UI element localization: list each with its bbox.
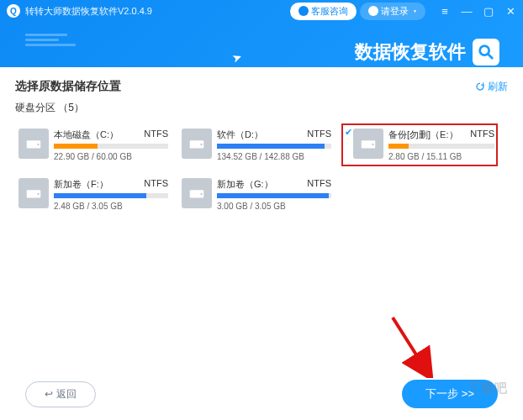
drive-icon [182,129,212,159]
usage-bar [217,144,331,149]
svg-line-1 [489,55,493,59]
partition-fs: NTFS [307,129,331,141]
usage-bar [54,193,168,198]
check-icon: ✔ [345,127,352,138]
partition-name: 新加卷（G:） [217,178,273,191]
partition-name: 本地磁盘（C:） [54,129,119,141]
refresh-label: 刷新 [488,80,508,94]
svg-point-3 [37,144,39,145]
footer: ↩ 返回 下一步 >> [0,380,523,408]
drive-icon [353,129,383,159]
partition-item[interactable]: 本地磁盘（C:）NTFS22.90 GB / 60.00 GB [15,123,172,166]
partition-item[interactable]: 软件（D:）NTFS134.52 GB / 142.88 GB [178,123,335,166]
app-title: 转转大师数据恢复软件V2.0.4.9 [25,5,152,18]
svg-line-12 [393,318,425,368]
usage-bar [54,144,168,149]
partition-fs: NTFS [307,178,331,191]
back-button[interactable]: ↩ 返回 [25,381,96,407]
partition-count-label: 硬盘分区 （5） [15,101,508,115]
usage-bar [217,193,331,198]
annotation-arrow-icon [384,311,435,378]
back-arrow-icon: ↩ [45,388,53,400]
minimize-button[interactable]: — [461,5,473,18]
partition-size: 2.48 GB / 3.05 GB [54,202,168,211]
partition-size: 3.00 GB / 3.05 GB [217,202,331,211]
refresh-button[interactable]: 刷新 [475,80,508,94]
headset-icon [298,6,309,16]
partition-item[interactable]: 新加卷（F:）NTFS2.48 GB / 3.05 GB [15,173,172,216]
partition-size: 134.52 GB / 142.88 GB [217,152,331,161]
header: Q 转转大师数据恢复软件V2.0.4.9 客服咨询 请登录 ▼ ≡ — ▢ ✕ … [0,0,523,67]
customer-service-button[interactable]: 客服咨询 [290,3,357,20]
login-label: 请登录 [381,5,409,18]
svg-point-11 [200,193,202,195]
banner-title: 数据恢复软件 [355,39,466,65]
partition-list: 本地磁盘（C:）NTFS22.90 GB / 60.00 GB软件（D:）NTF… [15,123,508,216]
partition-fs: NTFS [144,129,168,141]
partition-size: 2.80 GB / 15.11 GB [388,152,494,161]
maximize-button[interactable]: ▢ [483,5,494,18]
partition-name: 备份[勿删]（E:） [388,129,458,141]
menu-button[interactable]: ≡ [439,5,451,18]
watermark: 下载吧 [468,381,508,396]
section-title: 选择原数据储存位置 [15,79,121,94]
user-icon [368,6,378,16]
close-button[interactable]: ✕ [505,5,516,18]
partition-size: 22.90 GB / 60.00 GB [54,152,168,161]
partition-fs: NTFS [470,129,494,141]
titlebar: Q 转转大师数据恢复软件V2.0.4.9 客服咨询 请登录 ▼ ≡ — ▢ ✕ [0,0,523,22]
partition-name: 软件（D:） [217,129,263,141]
svg-point-9 [37,193,39,195]
app-logo-icon: Q [7,4,20,18]
svg-point-5 [200,144,202,145]
drive-icon [18,178,49,208]
chevron-down-icon: ▼ [413,8,417,13]
cursor-icon: ➤ [230,49,245,65]
banner: 数据恢复软件 [355,39,499,66]
svg-point-7 [372,144,373,145]
content: 选择原数据储存位置 刷新 硬盘分区 （5） 本地磁盘（C:）NTFS22.90 … [0,67,523,228]
refresh-icon [475,81,485,92]
login-button[interactable]: 请登录 ▼ [360,3,425,20]
partition-item[interactable]: 新加卷（G:）NTFS3.00 GB / 3.05 GB [178,173,335,216]
back-label: 返回 [56,387,77,402]
usage-bar [388,144,494,149]
partition-fs: NTFS [144,178,168,191]
header-decoration [25,34,84,59]
magnifier-icon [473,39,499,66]
partition-name: 新加卷（F:） [54,178,108,191]
drive-icon [182,178,212,208]
partition-item[interactable]: ✔备份[勿删]（E:）NTFS2.80 GB / 15.11 GB [341,123,498,166]
customer-service-label: 客服咨询 [311,5,348,18]
drive-icon [18,129,49,159]
